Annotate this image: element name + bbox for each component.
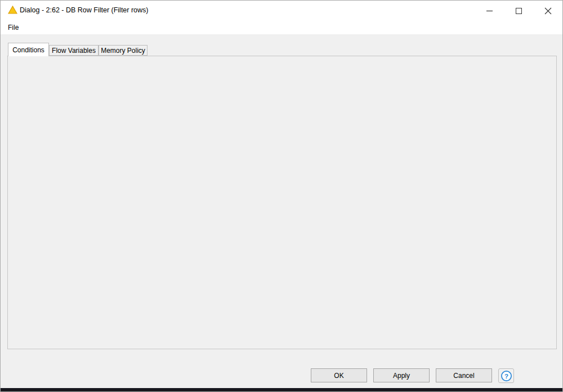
tab-memory-policy[interactable]: Memory Policy	[99, 45, 148, 56]
menubar: File	[1, 21, 562, 34]
close-button[interactable]	[533, 1, 562, 21]
svg-text:?: ?	[504, 372, 508, 379]
titlebar: Dialog - 2:62 - DB Row Filter (Filter ro…	[1, 1, 562, 21]
apply-button[interactable]: Apply	[373, 368, 430, 382]
knime-app-icon	[8, 6, 17, 16]
ok-button[interactable]: OK	[311, 368, 367, 382]
minimize-button[interactable]	[475, 1, 504, 21]
tab-flow-variables[interactable]: Flow Variables	[49, 45, 99, 56]
maximize-button[interactable]	[504, 1, 533, 21]
help-button[interactable]: ?	[498, 368, 514, 383]
maximize-icon	[516, 8, 522, 14]
minimize-icon	[486, 7, 493, 15]
help-question-icon: ?	[501, 370, 512, 382]
tab-panel	[7, 56, 557, 349]
dialog-window: Dialog - 2:62 - DB Row Filter (Filter ro…	[0, 0, 563, 392]
tab-memory-policy-label: Memory Policy	[101, 47, 145, 55]
window-title: Dialog - 2:62 - DB Row Filter (Filter ro…	[20, 6, 149, 14]
menu-file[interactable]: File	[6, 23, 21, 32]
tab-flow-variables-label: Flow Variables	[52, 47, 96, 55]
tab-conditions[interactable]: Conditions	[8, 43, 49, 56]
tab-conditions-label: Conditions	[12, 46, 44, 54]
cancel-button[interactable]: Cancel	[436, 368, 492, 382]
close-icon	[544, 7, 552, 15]
screen-edge-strip	[1, 388, 562, 391]
window-controls	[475, 1, 562, 21]
